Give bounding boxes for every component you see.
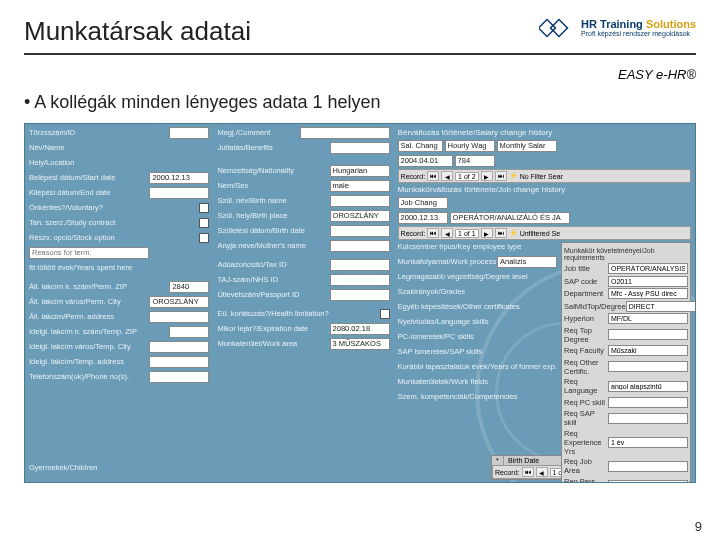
inp-passport[interactable] [330, 289, 390, 301]
inp-req-jobtitle[interactable] [608, 263, 688, 274]
lbl-workproc: Munkafolyamat/Work process [398, 257, 497, 266]
lbl-comment: Megj./Comment [217, 128, 299, 137]
filter-icon[interactable]: ⚡ [509, 172, 518, 180]
lbl-birthplace: Szül. hely/Birth place [217, 211, 329, 220]
nav-last-icon[interactable]: ⏭ [495, 171, 507, 181]
lbl-passport: Útlevélszám/Passport ID [217, 290, 329, 299]
lbl-study: Tan. szerz./Study contract [29, 218, 199, 227]
col-identity: Megj./Comment Juttatás/Benefits Nemzetis… [213, 124, 393, 483]
inp-req-lang[interactable] [608, 381, 688, 392]
lbl-lang: Nyelvtudás/Language skills [398, 317, 557, 326]
nav-next-icon[interactable]: ▶ [481, 171, 493, 181]
lbl-grade: Szakirányok/Grades [398, 287, 557, 296]
inp-req-exp[interactable] [608, 437, 688, 448]
inp-city[interactable] [149, 296, 209, 308]
inp-taddr[interactable] [149, 356, 209, 368]
lbl-tzip: Ideigl. lakcím ir. szám/Temp. ZIP [29, 327, 169, 336]
inp-jobv[interactable] [450, 212, 570, 224]
inp-expire[interactable] [330, 323, 390, 335]
inp-birthdate[interactable] [330, 225, 390, 237]
inp-zip[interactable] [169, 281, 209, 293]
lbl-city: Áll. lakcím város/Perm. City [29, 297, 149, 306]
inp-req-hyp[interactable] [608, 313, 688, 324]
inp-comment[interactable] [300, 127, 390, 139]
inp-jobchange[interactable] [398, 197, 448, 209]
inp-benefits[interactable] [330, 142, 390, 154]
inp-req-salmid[interactable] [626, 301, 696, 312]
req-title: Munkakör követelményei/Job requirements [564, 247, 688, 261]
inp-req-top[interactable] [608, 329, 688, 340]
lbl-loc: Hely/Location [29, 158, 209, 167]
lbl-end: Kilépési dátum/End date [29, 188, 149, 197]
slide-header: Munkatársak adatai HR Training Solutions… [24, 16, 696, 55]
svg-rect-1 [551, 20, 568, 37]
inp-jobdate[interactable] [398, 212, 448, 224]
inp-hourly[interactable] [445, 140, 495, 152]
lbl-phone: Telefonszám(ok)/Phone no(s). [29, 372, 149, 381]
lbl-birthdate: Születési dátum/Birth date [217, 226, 329, 235]
inp-req-pers[interactable] [608, 480, 688, 483]
inp-mother[interactable] [330, 240, 390, 252]
inp-salchange[interactable] [398, 140, 443, 152]
inp-req-sap[interactable] [608, 276, 688, 287]
lbl-tax: Adóazonosító/Tax ID [217, 260, 329, 269]
filter-icon[interactable]: ⚡ [509, 229, 518, 237]
lbl-years: Itt töltött évek/Years spent here [29, 263, 209, 272]
inp-req-pc[interactable] [608, 397, 688, 408]
inp-workproc[interactable] [497, 256, 557, 268]
nav-first-icon[interactable]: ⏮ [427, 228, 439, 238]
lbl-addr: Áll. lakcím/Perm. address [29, 312, 149, 321]
col-job: Bérváltozás története/Salary change hist… [394, 124, 695, 483]
inp-reasons[interactable] [29, 247, 149, 259]
inp-saldate[interactable] [398, 155, 453, 167]
svg-rect-0 [539, 20, 555, 37]
chk-health[interactable] [380, 309, 390, 319]
inp-start[interactable] [149, 172, 209, 184]
col-personal: Törzsszám/ID Név/Name Hely/Location Belé… [25, 124, 213, 483]
inp-monthly[interactable] [497, 140, 557, 152]
inp-birthplace[interactable] [330, 210, 390, 222]
page-number: 9 [695, 519, 702, 534]
inp-workarea[interactable] [330, 338, 390, 350]
job-hist-title: Munkakörváltozás története/Job change hi… [398, 185, 691, 194]
lbl-pc: PC-ismeretek/PC skills [398, 332, 557, 341]
inp-req-fac[interactable] [608, 345, 688, 356]
chk-stock[interactable] [199, 233, 209, 243]
chk-vol[interactable] [199, 203, 209, 213]
nav-next-icon[interactable]: ▶ [481, 228, 493, 238]
nav-first-icon[interactable]: ⏮ [427, 171, 439, 181]
lbl-id: Törzsszám/ID [29, 128, 169, 137]
chk-study[interactable] [199, 218, 209, 228]
inp-req-job[interactable] [608, 461, 688, 472]
inp-tax[interactable] [330, 259, 390, 271]
inp-addr[interactable] [149, 311, 209, 323]
inp-birthname[interactable] [330, 195, 390, 207]
lbl-workarea: Munkaterület/Work area [217, 339, 329, 348]
inp-tzip[interactable] [169, 326, 209, 338]
inp-req-sap2[interactable] [608, 413, 688, 424]
inp-phone[interactable] [149, 371, 209, 383]
lbl-stock: Részv. opció/Stock option [29, 233, 199, 242]
inp-req-dept[interactable] [608, 288, 688, 299]
nav-prev-icon[interactable]: ◀ [441, 171, 453, 181]
lbl-benefits: Juttatás/Benefits [217, 143, 329, 152]
inp-taj[interactable] [330, 274, 390, 286]
inp-end[interactable] [149, 187, 209, 199]
inp-sex[interactable] [330, 180, 390, 192]
lbl-birthname: Szül. név/Birth name [217, 196, 329, 205]
logo: HR Training Solutions Profi képzési rend… [539, 16, 696, 40]
lbl-health: Eü. korlátozás?/Health limitation? [217, 309, 379, 318]
inp-nat[interactable] [330, 165, 390, 177]
nav-pos: 1 of 2 [455, 172, 479, 181]
inp-tcity[interactable] [149, 341, 209, 353]
inp-id[interactable] [169, 127, 209, 139]
inp-salval[interactable] [455, 155, 495, 167]
nav-last-icon[interactable]: ⏭ [495, 228, 507, 238]
nav-prev-icon[interactable]: ◀ [441, 228, 453, 238]
page-title: Munkatársak adatai [24, 16, 251, 47]
lbl-zip: Áll. lakcím ir. szám/Perm. ZIP [29, 282, 169, 291]
lbl-othercert: Egyéb képesítések/Other certificates [398, 302, 557, 311]
lbl-formerexp: Korábbi tapasztalatok évek/Years of form… [398, 362, 557, 371]
inp-req-other[interactable] [608, 361, 688, 372]
logo-icon [539, 16, 575, 40]
